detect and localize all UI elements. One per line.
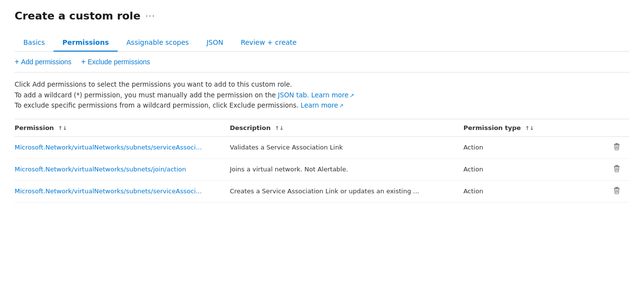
delete-button-2[interactable] bbox=[610, 186, 624, 197]
permission-cell-1: Microsoft.Network/virtualNetworks/subnet… bbox=[15, 158, 230, 180]
tabs-nav: Basics Permissions Assignable scopes JSO… bbox=[15, 34, 629, 52]
tab-basics[interactable]: Basics bbox=[15, 34, 54, 51]
tab-review-create[interactable]: Review + create bbox=[232, 34, 305, 51]
actions-bar: + Add permissions + Exclude permissions bbox=[15, 52, 629, 73]
sort-icon-description[interactable]: ↑↓ bbox=[275, 125, 284, 131]
add-permissions-button[interactable]: + Add permissions bbox=[15, 57, 72, 66]
trash-icon bbox=[613, 165, 621, 172]
type-cell-2: Action bbox=[464, 180, 574, 202]
delete-cell-1 bbox=[574, 158, 629, 180]
trash-icon bbox=[613, 143, 621, 150]
svg-rect-0 bbox=[615, 143, 618, 144]
svg-rect-6 bbox=[614, 166, 620, 167]
plus-icon: + bbox=[15, 57, 19, 66]
tab-assignable-scopes[interactable]: Assignable scopes bbox=[118, 34, 198, 51]
description-cell-0: Validates a Service Association Link bbox=[230, 136, 463, 158]
sort-icon-type[interactable]: ↑↓ bbox=[525, 125, 534, 131]
col-header-permission[interactable]: Permission ↑↓ bbox=[15, 119, 230, 137]
table-row: Microsoft.Network/virtualNetworks/subnet… bbox=[15, 136, 629, 158]
table-header-row: Permission ↑↓ Description ↑↓ Permission … bbox=[15, 119, 629, 137]
more-options-icon[interactable]: ··· bbox=[145, 11, 155, 21]
svg-rect-1 bbox=[614, 144, 620, 145]
table-row: Microsoft.Network/virtualNetworks/subnet… bbox=[15, 158, 629, 180]
col-header-delete bbox=[574, 119, 629, 137]
page-title: Create a custom role bbox=[15, 10, 141, 22]
exclude-permissions-label: Exclude permissions bbox=[88, 58, 150, 66]
exclude-permissions-button[interactable]: + Exclude permissions bbox=[81, 57, 150, 66]
type-cell-0: Action bbox=[464, 136, 574, 158]
col-header-description[interactable]: Description ↑↓ bbox=[230, 119, 463, 137]
permission-cell-2: Microsoft.Network/virtualNetworks/subnet… bbox=[15, 180, 230, 202]
add-permissions-label: Add permissions bbox=[21, 58, 72, 66]
col-header-permission-type[interactable]: Permission type ↑↓ bbox=[464, 119, 574, 137]
external-link-icon-2: ↗ bbox=[339, 103, 343, 109]
delete-button-0[interactable] bbox=[610, 142, 624, 153]
external-link-icon-1: ↗ bbox=[350, 93, 354, 99]
json-tab-link[interactable]: JSON tab. bbox=[278, 91, 309, 99]
info-section: Click Add permissions to select the perm… bbox=[15, 73, 629, 119]
info-line-3: To exclude specific permissions from a w… bbox=[15, 100, 629, 111]
delete-cell-0 bbox=[574, 136, 629, 158]
info-line3-prefix: To exclude specific permissions from a w… bbox=[15, 101, 299, 109]
delete-cell-2 bbox=[574, 180, 629, 202]
page-header: Create a custom role ··· bbox=[15, 10, 629, 22]
plus-icon-2: + bbox=[81, 57, 86, 66]
description-cell-2: Creates a Service Association Link or up… bbox=[230, 180, 463, 202]
description-cell-1: Joins a virtual network. Not Alertable. bbox=[230, 158, 463, 180]
svg-rect-5 bbox=[615, 165, 618, 166]
info-line-2: To add a wildcard (*) permission, you mu… bbox=[15, 90, 629, 101]
sort-icon-permission[interactable]: ↑↓ bbox=[58, 125, 67, 131]
info-line2-prefix: To add a wildcard (*) permission, you mu… bbox=[15, 91, 278, 99]
delete-button-1[interactable] bbox=[610, 164, 624, 175]
tab-json[interactable]: JSON bbox=[197, 34, 232, 51]
table-row: Microsoft.Network/virtualNetworks/subnet… bbox=[15, 180, 629, 202]
svg-rect-11 bbox=[614, 188, 620, 188]
tab-permissions[interactable]: Permissions bbox=[54, 34, 117, 51]
type-cell-1: Action bbox=[464, 158, 574, 180]
permission-cell-0: Microsoft.Network/virtualNetworks/subnet… bbox=[15, 136, 230, 158]
trash-icon bbox=[613, 186, 621, 194]
learn-more-link-1[interactable]: Learn more↗ bbox=[311, 91, 354, 99]
permissions-table: Permission ↑↓ Description ↑↓ Permission … bbox=[15, 119, 629, 203]
learn-more-link-2[interactable]: Learn more↗ bbox=[301, 101, 343, 109]
permissions-table-container: Permission ↑↓ Description ↑↓ Permission … bbox=[15, 119, 629, 203]
svg-rect-10 bbox=[615, 187, 618, 188]
info-line-1: Click Add permissions to select the perm… bbox=[15, 79, 629, 90]
